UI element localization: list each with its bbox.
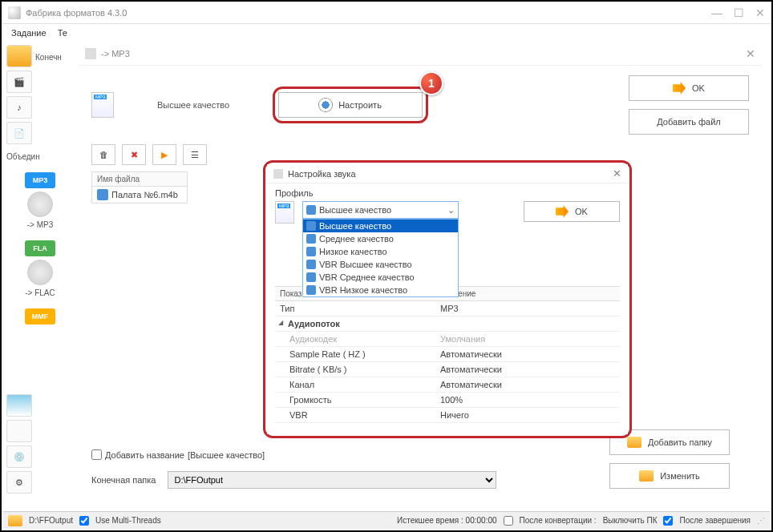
sidebar-mmf[interactable]: MMF xyxy=(6,304,74,332)
folder-add-icon xyxy=(627,437,641,448)
sidebar-final: Конечн xyxy=(35,53,62,62)
param-row[interactable]: VBRНичего xyxy=(275,408,620,423)
add-title-checkbox[interactable] xyxy=(91,449,102,460)
param-group[interactable]: Аудиопоток xyxy=(275,316,620,332)
note-icon xyxy=(306,234,316,244)
app-title: Фабрика форматов 4.3.0 xyxy=(26,8,127,18)
resize-grip-icon[interactable]: ⋰ xyxy=(757,516,765,525)
add-title-value: [Высшее качество] xyxy=(188,450,265,460)
music-icon[interactable]: ♪ xyxy=(6,96,32,119)
parameter-grid: Показатель Значение ТипMP3 Аудиопоток Ау… xyxy=(275,286,620,423)
param-row[interactable]: Громкость100% xyxy=(275,393,620,408)
combo-item[interactable]: VBR Низкое качество xyxy=(303,284,458,296)
status-path: D:\FFOutput xyxy=(29,516,73,525)
profile-combo[interactable]: Высшее качество ⌄ Высшее качество Средне… xyxy=(302,201,459,219)
multithread-label: Use Multi-Threads xyxy=(95,516,161,525)
note-icon xyxy=(306,285,316,295)
change-button[interactable]: Изменить xyxy=(609,463,730,489)
maximize-icon[interactable]: ☐ xyxy=(734,6,744,19)
param-row[interactable]: Sample Rate ( HZ )Автоматически xyxy=(275,347,620,362)
settings-icon[interactable]: ⚙ xyxy=(6,471,32,494)
window-controls: — ☐ ✕ xyxy=(711,6,765,19)
grid-header-value: Значение xyxy=(435,287,620,300)
multithread-checkbox[interactable] xyxy=(79,516,89,526)
sidebar-flac[interactable]: FLA -> FLAC xyxy=(6,236,74,302)
video-icon[interactable]: 🎬 xyxy=(6,71,32,93)
chevron-down-icon: ⌄ xyxy=(447,205,455,216)
picture-icon[interactable] xyxy=(6,394,32,417)
panel-icon xyxy=(85,48,96,59)
param-row[interactable]: Bitrate ( KB/s )Автоматически xyxy=(275,362,620,377)
clear-button[interactable]: 🗑 xyxy=(91,144,115,165)
file-row[interactable]: Палата №6.m4b xyxy=(92,187,187,203)
mp3-file-icon xyxy=(91,92,114,118)
info-button[interactable]: ☰ xyxy=(183,144,207,165)
speaker-icon xyxy=(27,191,53,217)
shutdown-label: Выключить ПК xyxy=(603,516,658,525)
after-done-label: После завершения xyxy=(679,516,751,525)
combo-item[interactable]: Низкое качество xyxy=(303,245,458,258)
combo-selected: Высшее качество xyxy=(319,205,391,215)
note-icon xyxy=(306,272,316,282)
audio-settings-dialog-highlight: Настройка звука ✕ Профиль Высшее качеств… xyxy=(263,160,632,438)
mp3-badge-icon: MP3 xyxy=(25,172,55,188)
note-icon xyxy=(306,205,316,215)
arrow-right-icon xyxy=(673,82,686,95)
image-icon[interactable]: 📄 xyxy=(6,122,32,144)
combo-item[interactable]: VBR Высшее качество xyxy=(303,258,458,271)
param-row[interactable]: КаналАвтоматически xyxy=(275,377,620,393)
profile-dropdown: Высшее качество Среднее качество Низкое … xyxy=(302,219,459,297)
param-row: АудиокодекУмолчания xyxy=(275,332,620,347)
after-done-checkbox[interactable] xyxy=(663,516,673,526)
profile-label: Профиль xyxy=(275,188,620,198)
combo-item[interactable]: Высшее качество xyxy=(303,220,458,232)
param-row[interactable]: ТипMP3 xyxy=(275,301,620,316)
add-file-button[interactable]: Добавить файл xyxy=(629,109,749,135)
note-icon xyxy=(306,260,316,269)
menubar: Задание Те xyxy=(2,24,771,42)
dialog-ok-button[interactable]: OK xyxy=(524,201,620,222)
main-titlebar: Фабрика форматов 4.3.0 — ☐ ✕ xyxy=(2,2,771,24)
dest-folder-select[interactable]: D:\FFOutput xyxy=(168,471,496,489)
arrow-right-icon xyxy=(556,205,569,218)
dialog-close-icon[interactable]: ✕ xyxy=(613,167,621,179)
audio-settings-dialog: Настройка звука ✕ Профиль Высшее качеств… xyxy=(267,164,628,434)
configure-highlight: Настроить 1 xyxy=(273,87,428,123)
mp3-file-icon xyxy=(275,201,294,224)
note-icon xyxy=(306,247,316,256)
close-icon[interactable]: ✕ xyxy=(755,6,765,19)
combo-item[interactable]: Среднее качество xyxy=(303,232,458,245)
sidebar-merge: Объедин xyxy=(6,152,74,161)
panel-title: -> MP3 xyxy=(101,49,130,58)
add-title-label: Добавить название xyxy=(105,450,184,460)
document-icon[interactable] xyxy=(6,420,32,442)
menu-te[interactable]: Те xyxy=(58,28,67,38)
configure-button[interactable]: Настроить xyxy=(278,92,423,118)
file-name: Палата №6.m4b xyxy=(111,190,178,200)
sidebar-mp3[interactable]: MP3 -> MP3 xyxy=(6,167,74,234)
panel-close-icon[interactable]: ✕ xyxy=(746,47,755,60)
dialog-title: Настройка звука xyxy=(288,169,356,179)
folder-icon[interactable] xyxy=(8,515,22,526)
status-bar: D:\FFOutput Use Multi-Threads Истекшее в… xyxy=(3,511,770,529)
sidebar: Конечн 🎬 ♪ 📄 Объедин MP3 -> MP3 FLA -> F… xyxy=(2,42,79,498)
headphones-icon xyxy=(27,260,53,285)
remove-button[interactable]: ✖ xyxy=(122,144,146,165)
flac-badge-icon: FLA xyxy=(25,240,55,256)
after-conv-checkbox[interactable] xyxy=(504,516,513,526)
ok-button[interactable]: OK xyxy=(629,75,749,101)
menu-task[interactable]: Задание xyxy=(11,28,47,38)
gear-icon xyxy=(319,99,332,111)
app-icon xyxy=(8,6,21,19)
combo-item[interactable]: VBR Среднее качество xyxy=(303,271,458,284)
disc-icon[interactable]: 💿 xyxy=(6,445,32,468)
elapsed-time: Истекшее время : 00:00:00 xyxy=(397,516,497,525)
note-icon xyxy=(306,221,316,231)
play-button[interactable]: ▶ xyxy=(152,144,176,165)
minimize-icon[interactable]: — xyxy=(711,6,722,19)
dialog-icon xyxy=(273,169,283,179)
quality-label: Высшее качество xyxy=(157,100,229,110)
folder-icon[interactable] xyxy=(6,45,32,67)
panel-titlebar: -> MP3 ✕ xyxy=(79,42,762,66)
audio-file-icon xyxy=(97,189,108,200)
